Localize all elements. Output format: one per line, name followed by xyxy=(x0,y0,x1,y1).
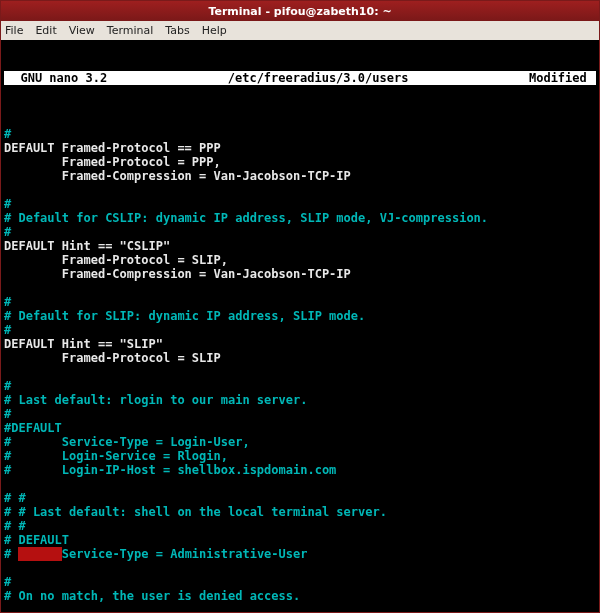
text-segment: Framed-Compression = Van-Jacobson-TCP-IP xyxy=(4,169,351,183)
editor-content[interactable]: #DEFAULT Framed-Protocol == PPP Framed-P… xyxy=(4,113,596,612)
editor-line: # Login-Service = Rlogin, xyxy=(4,449,596,463)
editor-line: Framed-Protocol = SLIP, xyxy=(4,253,596,267)
text-segment: # # xyxy=(4,491,26,505)
editor-line: Framed-Compression = Van-Jacobson-TCP-IP xyxy=(4,169,596,183)
editor-line: # xyxy=(4,225,596,239)
nano-version: GNU nano 3.2 xyxy=(4,71,107,85)
text-segment: DEFAULT Hint == "SLIP" xyxy=(4,337,163,351)
text-segment: # xyxy=(4,225,11,239)
terminal-viewport[interactable]: GNU nano 3.2 /etc/freeradius/3.0/users M… xyxy=(1,41,599,612)
editor-line: # Default for SLIP: dynamic IP address, … xyxy=(4,309,596,323)
editor-line: # xyxy=(4,295,596,309)
editor-line xyxy=(4,561,596,575)
text-segment: DEFAULT Hint == "CSLIP" xyxy=(4,239,170,253)
editor-line: DEFAULT Hint == "CSLIP" xyxy=(4,239,596,253)
editor-line: Framed-Protocol = SLIP xyxy=(4,351,596,365)
editor-line: # # Last default: shell on the local ter… xyxy=(4,505,596,519)
text-segment: # xyxy=(4,547,18,561)
editor-line: # xyxy=(4,407,596,421)
text-segment: Framed-Compression = Van-Jacobson-TCP-IP xyxy=(4,267,351,281)
text-segment: # Login-Service = Rlogin, xyxy=(4,449,228,463)
editor-line: #DEFAULT xyxy=(4,421,596,435)
editor-line xyxy=(4,365,596,379)
text-segment: # xyxy=(4,323,11,337)
editor-line: # xyxy=(4,379,596,393)
nano-modified: Modified xyxy=(529,71,596,85)
text-segment: # Last default: rlogin to our main serve… xyxy=(4,393,307,407)
editor-line: Framed-Compression = Van-Jacobson-TCP-IP xyxy=(4,267,596,281)
editor-line xyxy=(4,113,596,127)
editor-line: # # xyxy=(4,491,596,505)
editor-line xyxy=(4,603,596,612)
text-segment: Framed-Protocol = SLIP xyxy=(4,351,221,365)
text-segment: Framed-Protocol = SLIP, xyxy=(4,253,228,267)
editor-line: # Login-IP-Host = shellbox.ispdomain.com xyxy=(4,463,596,477)
editor-line xyxy=(4,477,596,491)
menu-tabs[interactable]: Tabs xyxy=(165,24,189,37)
text-segment xyxy=(18,547,61,561)
menu-terminal[interactable]: Terminal xyxy=(107,24,154,37)
text-segment: # xyxy=(4,379,11,393)
editor-line: # xyxy=(4,127,596,141)
editor-line xyxy=(4,281,596,295)
text-segment: # xyxy=(4,407,11,421)
text-segment: # On no match, the user is denied access… xyxy=(4,589,300,603)
text-segment: # xyxy=(4,127,11,141)
text-segment: # # xyxy=(4,519,26,533)
editor-line: # xyxy=(4,575,596,589)
text-segment: DEFAULT Framed-Protocol == PPP xyxy=(4,141,221,155)
editor-line: DEFAULT Framed-Protocol == PPP xyxy=(4,141,596,155)
nano-statusbar: GNU nano 3.2 /etc/freeradius/3.0/users M… xyxy=(4,71,596,85)
editor-line: # DEFAULT xyxy=(4,533,596,547)
editor-line: # Service-Type = Login-User, xyxy=(4,435,596,449)
window-titlebar[interactable]: Terminal - pifou@zabeth10: ~ xyxy=(1,1,599,21)
text-segment: # Default for CSLIP: dynamic IP address,… xyxy=(4,211,488,225)
editor-line: # xyxy=(4,323,596,337)
terminal-window: Terminal - pifou@zabeth10: ~ File Edit V… xyxy=(0,0,600,613)
editor-line: # Service-Type = Administrative-User xyxy=(4,547,596,561)
menu-view[interactable]: View xyxy=(69,24,95,37)
text-segment: Service-Type = Administrative-User xyxy=(62,547,308,561)
menu-file[interactable]: File xyxy=(5,24,23,37)
text-segment: # Default for SLIP: dynamic IP address, … xyxy=(4,309,365,323)
editor-line: # On no match, the user is denied access… xyxy=(4,589,596,603)
editor-line: DEFAULT Hint == "SLIP" xyxy=(4,337,596,351)
text-segment: # DEFAULT xyxy=(4,533,69,547)
text-segment: # Service-Type = Login-User, xyxy=(4,435,250,449)
text-segment: # # Last default: shell on the local ter… xyxy=(4,505,387,519)
editor-line: # Last default: rlogin to our main serve… xyxy=(4,393,596,407)
text-segment: # xyxy=(4,575,11,589)
menu-edit[interactable]: Edit xyxy=(35,24,56,37)
editor-line: # xyxy=(4,197,596,211)
nano-filename: /etc/freeradius/3.0/users xyxy=(107,71,529,85)
menubar: File Edit View Terminal Tabs Help xyxy=(1,21,599,41)
text-segment: #DEFAULT xyxy=(4,421,62,435)
text-segment: # Login-IP-Host = shellbox.ispdomain.com xyxy=(4,463,336,477)
editor-line: Framed-Protocol = PPP, xyxy=(4,155,596,169)
window-title: Terminal - pifou@zabeth10: ~ xyxy=(208,5,391,18)
editor-line xyxy=(4,183,596,197)
text-segment: # xyxy=(4,295,11,309)
text-segment: Framed-Protocol = PPP, xyxy=(4,155,221,169)
text-segment: # xyxy=(4,197,11,211)
menu-help[interactable]: Help xyxy=(202,24,227,37)
editor-line: # Default for CSLIP: dynamic IP address,… xyxy=(4,211,596,225)
editor-line: # # xyxy=(4,519,596,533)
